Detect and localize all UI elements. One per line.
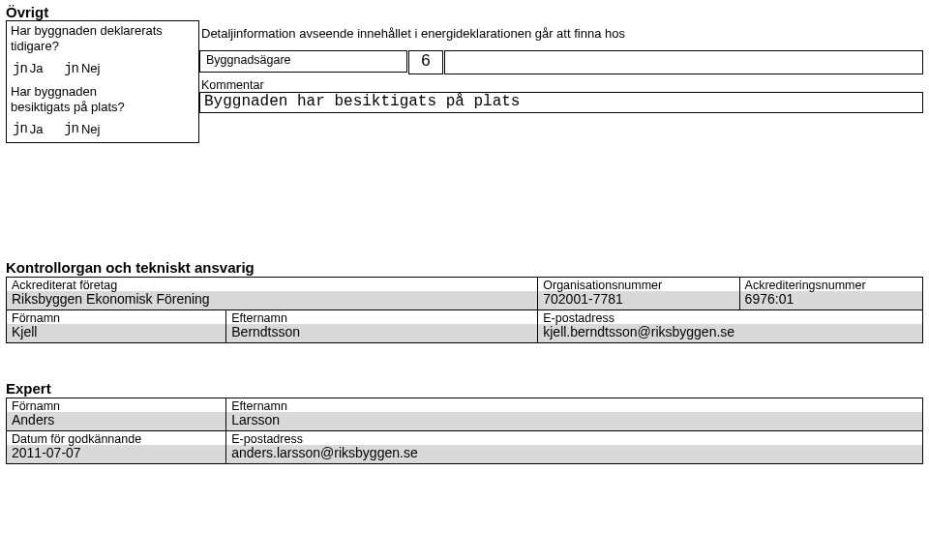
expert-grid: Förnamn Anders Efternamn Larsson (6, 398, 923, 431)
question-inspected-line1: Har byggnaden (11, 84, 97, 99)
expert-grid-2: Datum för godkännande 2011-07-07 E-posta… (6, 430, 923, 464)
radio-icon: jn (13, 61, 27, 76)
kontroll-heading: Kontrollorgan och tekniskt ansvarig (6, 259, 923, 276)
radio-label-nej: Nej (81, 122, 101, 136)
kontroll-grid-2: Förnamn Kjell Efternamn Berndtsson E-pos… (6, 309, 923, 343)
radio-row-declared: jn Ja jn Nej (6, 57, 199, 82)
ack-foretag-label: Ackrediterat företag (7, 278, 537, 292)
ovrigt-heading: Övrigt (6, 4, 923, 20)
kontroll-grid: Ackrediterat företag Riksbyggen Ekonomis… (6, 277, 923, 310)
ovrigt-table: Har byggnaden deklarerats tidigare? jn J… (6, 20, 923, 143)
expert-fornamn-label: Förnamn (7, 398, 225, 413)
acknr-label: Ackrediteringsnummer (740, 278, 922, 292)
expert-epost-label: E-postadress (226, 431, 922, 446)
radio-inspected-ja[interactable]: jn Ja (13, 121, 44, 136)
acknr-value: 6976:01 (740, 291, 922, 309)
radio-label-ja: Ja (30, 61, 44, 75)
radio-label-nej: Nej (81, 61, 101, 75)
expert-fornamn-value: Anders (7, 412, 225, 430)
radio-declared-ja[interactable]: jn Ja (13, 61, 44, 76)
radio-label-ja: Ja (30, 122, 44, 136)
expert-efternamn-label: Efternamn (226, 398, 922, 413)
byggnadsagare-label: Byggnadsägare (206, 53, 401, 67)
kontroll-efternamn-value: Berndtsson (226, 324, 537, 342)
expert-epost-value: anders.larsson@riksbyggen.se (226, 445, 922, 463)
question-inspected-line2: besiktigats på plats? (11, 100, 125, 114)
radio-inspected-nej[interactable]: jn Nej (64, 121, 100, 136)
kontroll-epost-value: kjell.berndtsson@riksbyggen.se (538, 324, 922, 342)
radio-icon: jn (13, 121, 27, 136)
kontroll-fornamn-value: Kjell (7, 324, 225, 342)
expert-datum-label: Datum för godkännande (7, 431, 225, 446)
ack-foretag-value: Riksbyggen Ekonomisk Förening (7, 291, 537, 309)
byggnadsagare-count: 6 (408, 50, 443, 74)
byggnadsagare-box: Byggnadsägare (199, 50, 407, 73)
kontroll-epost-label: E-postadress (538, 310, 922, 325)
radio-row-inspected: jn Ja jn Nej (6, 117, 199, 143)
orgnr-value: 702001-7781 (538, 291, 738, 309)
question-inspected: Har byggnaden besiktigats på plats? (6, 82, 199, 118)
expert-heading: Expert (6, 380, 923, 397)
kontroll-efternamn-label: Efternamn (226, 310, 537, 325)
byggnadsagare-fill (444, 50, 923, 74)
radio-icon: jn (64, 121, 78, 136)
expert-datum-value: 2011-07-07 (7, 445, 225, 463)
question-declared: Har byggnaden deklarerats tidigare? (6, 20, 199, 57)
radio-declared-nej[interactable]: jn Nej (64, 61, 100, 76)
orgnr-label: Organisationsnummer (538, 278, 738, 292)
expert-efternamn-value: Larsson (226, 412, 922, 430)
kommentar-label: Kommentar (199, 76, 923, 92)
detail-info-text: Detaljinformation avseende innehållet i … (199, 20, 923, 50)
kommentar-value: Byggnaden har besiktigats på plats (199, 92, 923, 113)
radio-icon: jn (64, 61, 78, 76)
kontroll-fornamn-label: Förnamn (7, 310, 225, 325)
